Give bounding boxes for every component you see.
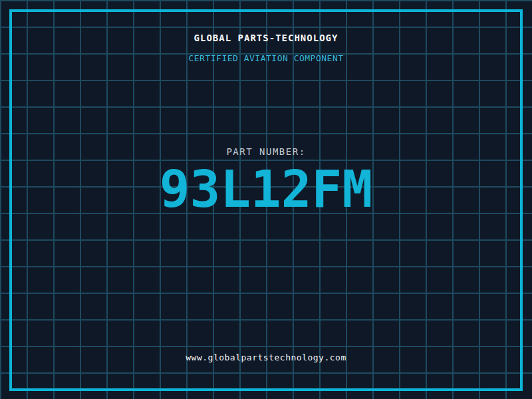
company-name: GLOBAL PARTS-TECHNOLOGY bbox=[0, 33, 532, 43]
part-number-value: 93L12FM bbox=[0, 164, 532, 215]
company-tagline: CERTIFIED AVIATION COMPONENT bbox=[0, 53, 532, 63]
website-url: www.globalpartstechnology.com bbox=[0, 352, 532, 362]
part-label-screen: GLOBAL PARTS-TECHNOLOGY CERTIFIED AVIATI… bbox=[0, 0, 532, 399]
part-number-label: PART NUMBER: bbox=[0, 146, 532, 157]
